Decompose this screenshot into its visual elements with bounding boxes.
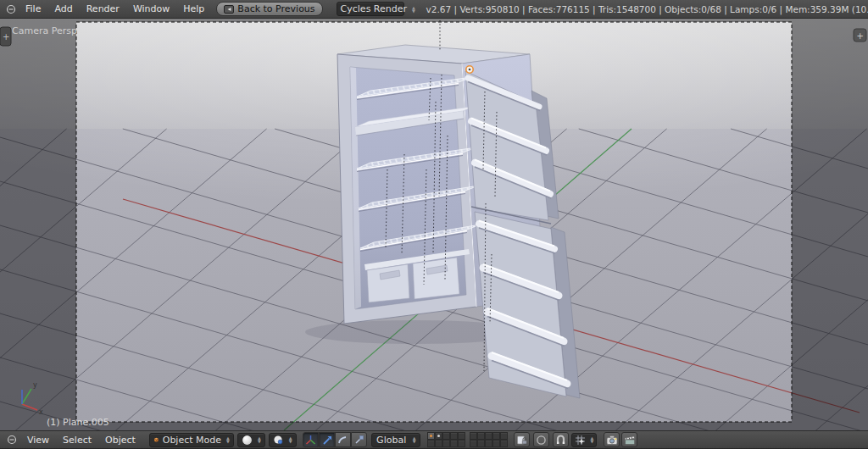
opengl-render-still-button[interactable]: [604, 432, 620, 447]
info-header: File Add Render Window Help Back to Prev…: [0, 0, 868, 19]
layer-toggle[interactable]: [427, 432, 435, 440]
viewport-3d[interactable]: Camera Persp (1) Plane.005 x y + +: [0, 19, 868, 430]
mode-dropdown[interactable]: Object Mode ▲▼: [149, 433, 234, 447]
pivot-median-icon: [273, 435, 284, 446]
back-to-previous-button[interactable]: Back to Previous: [216, 2, 322, 16]
layer-group: [470, 432, 508, 447]
updown-arrows-icon: ▲▼: [412, 6, 415, 13]
opengl-render-animation-button[interactable]: [621, 432, 637, 447]
object-mode-cube-icon: [153, 435, 159, 445]
layer-toggle[interactable]: [442, 432, 450, 440]
scene-statistics: v2.67 | Verts:950810 | Faces:776115 | Tr…: [426, 4, 868, 14]
layers-widget: [427, 432, 508, 447]
render-engine-dropdown[interactable]: Cycles Render ▲▼: [337, 2, 404, 16]
transform-orientation-dropdown[interactable]: Global ▲▼: [371, 433, 420, 447]
properties-expand-button[interactable]: +: [854, 29, 866, 42]
snap-magnet-button[interactable]: [553, 432, 569, 447]
menu-file[interactable]: File: [19, 1, 47, 17]
screen-back-icon: [224, 5, 234, 14]
layer-toggle[interactable]: [458, 432, 465, 440]
viewport-shading-dropdown[interactable]: ▲▼: [237, 433, 265, 447]
menu-add[interactable]: Add: [47, 1, 79, 17]
active-object-label: (1) Plane.005: [47, 417, 109, 428]
svg-text:x: x: [39, 408, 43, 416]
lock-to-scene-button[interactable]: [514, 432, 530, 447]
svg-text:y: y: [33, 381, 37, 389]
svg-text:+: +: [857, 31, 864, 41]
layer-group: [427, 432, 465, 447]
layer-toggle[interactable]: [442, 440, 450, 447]
layer-toggle[interactable]: [485, 440, 492, 447]
layer-toggle[interactable]: [477, 440, 485, 447]
layer-toggle[interactable]: [458, 440, 465, 447]
layer-toggle[interactable]: [450, 432, 458, 440]
updown-arrows-icon: ▲▼: [226, 436, 230, 443]
translate-manipulator-button[interactable]: [319, 432, 335, 447]
view3d-header: View Select Object Object Mode ▲▼ ▲▼: [0, 430, 868, 449]
layer-toggle[interactable]: [477, 432, 485, 440]
menu-select[interactable]: Select: [56, 432, 98, 448]
menu-help[interactable]: Help: [176, 1, 211, 17]
manipulator-buttons: [303, 432, 367, 447]
toolshelf-expand-button[interactable]: +: [0, 27, 11, 46]
layer-toggle[interactable]: [500, 432, 508, 440]
layer-toggle[interactable]: [500, 440, 508, 447]
solid-shading-sphere-icon: [242, 435, 253, 446]
layer-toggle[interactable]: [470, 440, 477, 447]
layer-toggle[interactable]: [435, 432, 442, 440]
layer-toggle[interactable]: [492, 440, 500, 447]
view-name-label: Camera Persp: [12, 25, 77, 36]
snap-element-dropdown[interactable]: ▲▼: [571, 433, 598, 447]
view3d-editor-icon[interactable]: [5, 434, 19, 446]
svg-text:+: +: [3, 32, 9, 42]
layer-toggle[interactable]: [427, 440, 435, 447]
rotate-manipulator-button[interactable]: [335, 432, 351, 447]
layer-toggle[interactable]: [485, 432, 492, 440]
layer-toggle[interactable]: [492, 432, 500, 440]
layer-toggle[interactable]: [435, 440, 442, 447]
blender-window: File Add Render Window Help Back to Prev…: [0, 0, 868, 449]
scale-manipulator-button[interactable]: [351, 432, 367, 447]
proportional-edit-button[interactable]: [533, 432, 549, 447]
snap-increment-icon: [575, 435, 586, 446]
menu-render[interactable]: Render: [80, 1, 126, 17]
menu-object[interactable]: Object: [98, 432, 142, 448]
layer-toggle[interactable]: [470, 432, 477, 440]
pivot-point-dropdown[interactable]: ▲▼: [269, 433, 297, 447]
info-editor-icon[interactable]: [5, 3, 17, 15]
menu-window[interactable]: Window: [126, 1, 176, 17]
layer-toggle[interactable]: [450, 440, 458, 447]
crisper-drawer: [413, 258, 459, 299]
menu-view[interactable]: View: [20, 432, 56, 448]
object-origin-marker[interactable]: [466, 66, 473, 73]
manipulator-toggle-button[interactable]: [303, 432, 319, 447]
